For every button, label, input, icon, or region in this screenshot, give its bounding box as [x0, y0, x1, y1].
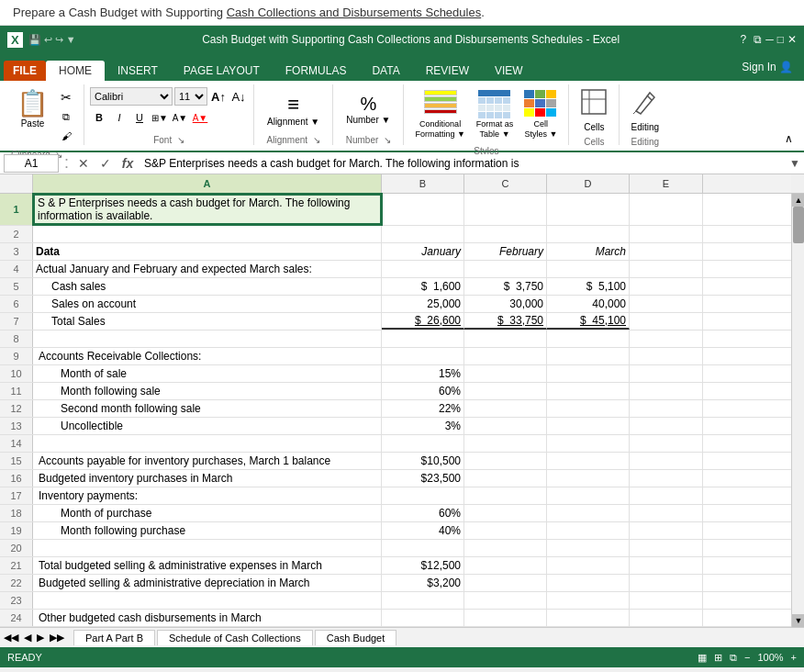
cell-c23[interactable]: [464, 592, 547, 609]
font-size-select[interactable]: 11: [174, 87, 207, 106]
fill-color-button[interactable]: A▼: [171, 108, 189, 127]
cell-e5[interactable]: [630, 278, 703, 295]
cell-c12[interactable]: [464, 400, 547, 417]
col-header-a[interactable]: A: [33, 174, 382, 193]
sheet-nav-last[interactable]: ▶▶: [50, 632, 64, 644]
cell-e1[interactable]: [630, 194, 703, 225]
minimize-btn[interactable]: ─: [765, 33, 774, 46]
tab-review[interactable]: REVIEW: [413, 61, 482, 81]
tab-home[interactable]: HOME: [46, 61, 105, 81]
cell-b10[interactable]: 15%: [382, 365, 464, 382]
sheet-nav-left[interactable]: ◀◀: [4, 632, 18, 644]
zoom-out-icon[interactable]: −: [744, 652, 750, 663]
copy-button[interactable]: ⧉: [56, 107, 76, 126]
cell-b14[interactable]: [382, 435, 464, 452]
cell-e17[interactable]: [630, 487, 703, 504]
cell-e15[interactable]: [630, 453, 703, 469]
format-painter-button[interactable]: 🖌: [56, 127, 76, 145]
cell-a5[interactable]: Cash sales: [33, 278, 382, 295]
cell-a20[interactable]: [33, 540, 382, 556]
cell-c6[interactable]: 30,000: [464, 296, 547, 312]
paste-button[interactable]: 📋 Paste: [11, 84, 54, 149]
cell-c19[interactable]: [464, 522, 547, 539]
cell-d11[interactable]: [547, 383, 630, 399]
quick-access[interactable]: 💾 ↩ ↪ ▼: [28, 34, 76, 46]
cut-button[interactable]: ✂: [56, 88, 76, 106]
col-header-d[interactable]: D: [547, 174, 630, 193]
cell-e24[interactable]: [630, 610, 703, 626]
cell-b21[interactable]: $12,500: [382, 557, 464, 574]
cell-b23[interactable]: [382, 592, 464, 609]
cell-a21[interactable]: Total budgeted selling & administrative …: [33, 557, 382, 574]
format-as-table-button[interactable]: Format asTable ▼: [473, 86, 518, 143]
cell-d4[interactable]: [547, 261, 630, 277]
cell-e2[interactable]: [630, 226, 703, 242]
cell-d3[interactable]: March: [547, 243, 630, 260]
function-icon[interactable]: fx: [118, 156, 137, 171]
cell-b17[interactable]: [382, 487, 464, 504]
ribbon-collapse-btn[interactable]: ∧: [779, 130, 798, 147]
cell-c15[interactable]: [464, 453, 547, 469]
view-page-layout-icon[interactable]: ⊞: [714, 652, 722, 664]
cell-c7[interactable]: $ 33,750: [464, 313, 547, 330]
cell-a9[interactable]: Accounts Receivable Collections:: [33, 348, 382, 364]
cell-e9[interactable]: [630, 348, 703, 364]
cell-c18[interactable]: [464, 505, 547, 521]
formula-dropdown-icon[interactable]: ▼: [789, 157, 800, 170]
cell-c24[interactable]: [464, 610, 547, 626]
cell-a17[interactable]: Inventory payments:: [33, 487, 382, 504]
bold-button[interactable]: B: [90, 108, 108, 127]
cell-b15[interactable]: $10,500: [382, 453, 464, 469]
cell-e18[interactable]: [630, 505, 703, 521]
number-button[interactable]: % Number ▼: [339, 90, 397, 129]
cell-d20[interactable]: [547, 540, 630, 556]
cell-a6[interactable]: Sales on account: [33, 296, 382, 312]
cancel-icon[interactable]: ✕: [74, 156, 93, 171]
cell-a24[interactable]: Other budgeted cash disbursements in Mar…: [33, 610, 382, 626]
underline-button[interactable]: U: [130, 108, 149, 127]
cell-c8[interactable]: [464, 330, 547, 347]
cell-c11[interactable]: [464, 383, 547, 399]
cell-b22[interactable]: $3,200: [382, 575, 464, 591]
cell-reference-input[interactable]: [4, 154, 59, 173]
cell-c21[interactable]: [464, 557, 547, 574]
col-header-b[interactable]: B: [382, 174, 464, 193]
view-normal-icon[interactable]: ▦: [698, 652, 707, 664]
restore-btn[interactable]: ⧉: [754, 33, 762, 46]
cell-b4[interactable]: [382, 261, 464, 277]
col-header-e[interactable]: E: [630, 174, 703, 193]
decrease-font-button[interactable]: A↓: [229, 87, 248, 106]
cell-e7[interactable]: [630, 313, 703, 330]
cell-d2[interactable]: [547, 226, 630, 242]
cell-a11[interactable]: Month following sale: [33, 383, 382, 399]
cell-a18[interactable]: Month of purchase: [33, 505, 382, 521]
cell-a12[interactable]: Second month following sale: [33, 400, 382, 417]
increase-font-button[interactable]: A↑: [209, 87, 228, 106]
cell-d23[interactable]: [547, 592, 630, 609]
cell-d13[interactable]: [547, 418, 630, 434]
formula-input[interactable]: [140, 154, 786, 173]
cell-d6[interactable]: 40,000: [547, 296, 630, 312]
cell-d5[interactable]: $ 5,100: [547, 278, 630, 295]
cell-c9[interactable]: [464, 348, 547, 364]
cell-d14[interactable]: [547, 435, 630, 452]
cell-d12[interactable]: [547, 400, 630, 417]
cell-e21[interactable]: [630, 557, 703, 574]
zoom-in-icon[interactable]: +: [791, 652, 797, 663]
cell-a16[interactable]: Budgeted inventory purchases in March: [33, 470, 382, 487]
tab-view[interactable]: VIEW: [482, 61, 536, 81]
cell-e23[interactable]: [630, 592, 703, 609]
cell-a19[interactable]: Month following purchase: [33, 522, 382, 539]
help-btn[interactable]: ?: [741, 33, 747, 46]
cell-a4[interactable]: Actual January and February and expected…: [33, 261, 382, 277]
cell-c13[interactable]: [464, 418, 547, 434]
close-btn[interactable]: ✕: [787, 33, 797, 46]
cell-d24[interactable]: [547, 610, 630, 626]
cell-a23[interactable]: [33, 592, 382, 609]
cell-a8[interactable]: [33, 330, 382, 347]
cell-d16[interactable]: [547, 470, 630, 487]
conditional-formatting-button[interactable]: ConditionalFormatting ▼: [411, 86, 468, 143]
cell-b16[interactable]: $23,500: [382, 470, 464, 487]
cell-b18[interactable]: 60%: [382, 505, 464, 521]
cell-a13[interactable]: Uncollectible: [33, 418, 382, 434]
